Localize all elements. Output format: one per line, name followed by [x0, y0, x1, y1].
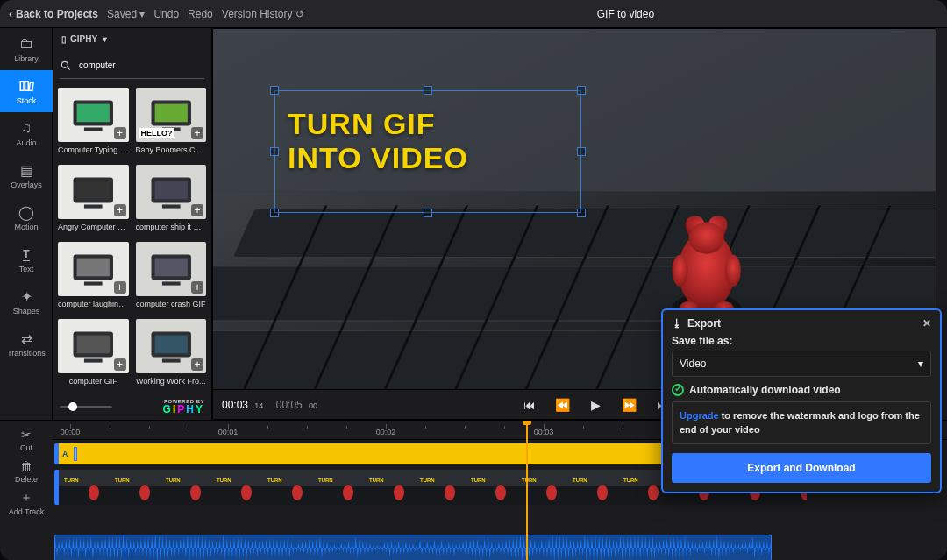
ruler-tick-label: 00:03 [534, 428, 554, 436]
svg-rect-64 [110, 486, 160, 505]
saved-status[interactable]: Saved ▾ [107, 8, 145, 20]
stock-result-thumb[interactable]: + [136, 165, 207, 219]
cut-tool[interactable]: ✂Cut [0, 424, 53, 456]
play-button[interactable]: ▶ [587, 398, 605, 412]
svg-point-3 [61, 61, 68, 67]
add-icon[interactable]: + [114, 204, 126, 216]
upgrade-link[interactable]: Upgrade [680, 410, 719, 421]
search-input[interactable]: computer [79, 60, 116, 70]
undo-button[interactable]: Undo [153, 8, 179, 20]
chevron-down-icon: ▾ [103, 34, 107, 44]
svg-point-65 [139, 485, 150, 500]
stock-result-caption: computer crash GIF [136, 300, 207, 315]
back-label: Back to Projects [16, 8, 98, 20]
svg-point-57 [673, 255, 688, 287]
resize-handle[interactable] [577, 86, 586, 95]
svg-text:TURN: TURN [522, 478, 537, 483]
overlay-text-content[interactable]: TURN GIF INTO VIDEO [275, 91, 580, 191]
upgrade-notice: Upgrade to remove the watermark and logo… [672, 401, 931, 444]
audio-track[interactable]: Disco Noir [53, 535, 947, 560]
close-button[interactable]: ✕ [922, 317, 931, 330]
svg-rect-1 [25, 82, 29, 91]
stock-result-thumb[interactable]: + [136, 319, 207, 373]
add-track-tool[interactable]: ＋Add Track [0, 487, 53, 519]
svg-rect-28 [161, 281, 180, 285]
redo-button[interactable]: Redo [188, 8, 213, 20]
stock-result-caption: computer laughing ... [58, 300, 129, 315]
caret-down-icon: ▾ [918, 358, 923, 370]
stock-search[interactable]: computer [60, 53, 204, 79]
nav-audio[interactable]: ♫ Audio [0, 112, 53, 154]
download-icon: ⭳ [672, 317, 682, 330]
svg-text:TURN: TURN [217, 478, 231, 483]
shapes-icon: ✦ [18, 287, 35, 305]
svg-text:TURN: TURN [623, 478, 638, 483]
forward-button[interactable]: ⏩ [621, 398, 638, 412]
back-to-projects-button[interactable]: ‹ Back to Projects [9, 8, 98, 20]
auto-download-toggle[interactable]: Automatically download video [672, 384, 931, 396]
nav-transitions[interactable]: ⇄ Transitions [0, 323, 53, 365]
stock-result-thumb[interactable]: + [58, 242, 129, 296]
giphy-attribution: POWERED BY GIPHY [119, 399, 204, 415]
svg-point-89 [445, 485, 455, 500]
svg-rect-60 [59, 486, 110, 505]
svg-rect-31 [77, 336, 110, 354]
jump-start-button[interactable]: ⏮ [521, 398, 538, 412]
audio-clip[interactable]: Disco Noir [54, 535, 772, 560]
rewind-button[interactable]: ⏪ [554, 398, 572, 412]
export-format-select[interactable]: Video ▾ [672, 351, 931, 377]
stock-result-caption: Baby Boomers Co... [136, 145, 207, 161]
stock-result-thumb[interactable]: HELLO?+ [136, 88, 207, 142]
nav-shapes[interactable]: ✦ Shapes [0, 280, 53, 323]
stock-result-thumb[interactable]: + [58, 319, 129, 373]
stock-source-select[interactable]: ▯ GIPHY ▾ [53, 28, 211, 49]
stock-icon [18, 77, 35, 95]
svg-rect-7 [77, 104, 110, 123]
stock-result-thumb[interactable]: + [58, 165, 129, 219]
overlays-icon: ▤ [18, 161, 35, 179]
nav-library[interactable]: 🗀 Library [0, 28, 53, 70]
svg-point-97 [546, 485, 557, 500]
svg-point-85 [394, 485, 404, 500]
timecode: 00:03 14 00:05 00 [222, 399, 317, 411]
svg-text:TURN: TURN [369, 478, 384, 483]
svg-rect-68 [160, 486, 211, 505]
stock-result-thumb[interactable]: + [58, 88, 129, 142]
svg-text:TURN: TURN [471, 478, 486, 483]
add-icon[interactable]: + [114, 281, 126, 294]
svg-rect-100 [567, 486, 618, 505]
stock-result-thumb[interactable]: + [136, 242, 207, 296]
add-icon[interactable]: + [114, 358, 126, 371]
resize-handle[interactable] [270, 209, 279, 217]
resize-handle[interactable] [270, 86, 279, 95]
add-icon[interactable]: + [191, 127, 203, 139]
resize-handle[interactable] [424, 209, 432, 217]
hello-overlay: HELLO? [139, 128, 174, 138]
add-icon[interactable]: + [114, 127, 126, 139]
resize-handle[interactable] [577, 147, 586, 156]
playhead[interactable] [526, 421, 528, 560]
resize-handle[interactable] [424, 86, 432, 95]
transitions-icon: ⇄ [18, 330, 35, 347]
add-icon[interactable]: + [191, 358, 203, 371]
delete-tool[interactable]: 🗑Delete [0, 456, 53, 487]
svg-rect-27 [154, 259, 187, 277]
grid-icon: ▯ [61, 34, 65, 44]
resize-handle[interactable] [577, 209, 586, 217]
svg-rect-20 [161, 204, 180, 208]
add-icon[interactable]: + [191, 204, 203, 216]
text-overlay-box[interactable]: TURN GIF INTO VIDEO [274, 90, 581, 213]
svg-text:TURN: TURN [115, 478, 130, 483]
ruler-tick-label: 00:01 [218, 428, 239, 436]
svg-rect-36 [161, 358, 180, 362]
nav-text[interactable]: T Text [0, 238, 53, 280]
export-and-download-button[interactable]: Export and Download [672, 453, 931, 483]
nav-stock[interactable]: Stock [0, 70, 53, 112]
version-history-button[interactable]: Version History ↺ [222, 8, 304, 20]
thumb-size-slider[interactable] [60, 406, 112, 408]
nav-motion[interactable]: ◯ Motion [0, 196, 53, 238]
resize-handle[interactable] [270, 147, 279, 156]
add-icon[interactable]: + [191, 281, 203, 294]
nav-overlays[interactable]: ▤ Overlays [0, 154, 53, 196]
svg-rect-15 [77, 181, 110, 200]
